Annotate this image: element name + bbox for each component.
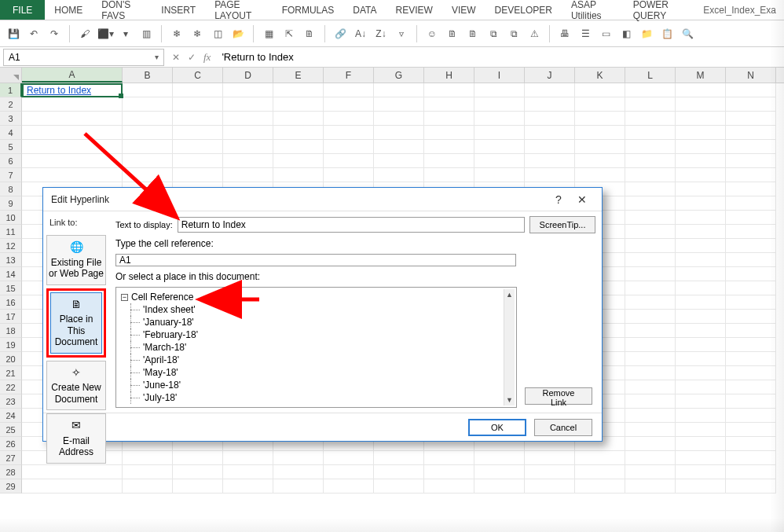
link-icon[interactable]: 🔗 (333, 27, 347, 41)
enter-icon[interactable]: ✓ (188, 52, 196, 63)
tree-item-index-sheet[interactable]: 'Index sheet' (118, 303, 515, 316)
cell[interactable] (525, 465, 575, 479)
tree-item-july-18[interactable]: 'July-18' (118, 391, 515, 404)
tab-dons-favs[interactable]: DON'S FAVS (92, 0, 152, 20)
cell[interactable] (273, 154, 324, 168)
cell[interactable] (625, 409, 676, 423)
cell[interactable] (324, 97, 374, 112)
col-L[interactable]: L (625, 68, 676, 83)
cell[interactable] (374, 97, 424, 112)
cell[interactable] (726, 225, 776, 239)
cell[interactable] (273, 140, 324, 154)
cell[interactable] (726, 310, 776, 324)
cell[interactable] (676, 423, 726, 437)
cell[interactable] (525, 83, 575, 97)
row-header-4[interactable]: 4 (0, 126, 22, 140)
cell[interactable] (625, 154, 676, 168)
cell[interactable] (726, 479, 776, 493)
cell[interactable] (575, 451, 625, 465)
cell[interactable] (173, 126, 223, 140)
cell[interactable] (324, 140, 374, 154)
cell[interactable] (676, 380, 726, 394)
cell[interactable] (223, 154, 273, 168)
cell[interactable] (374, 126, 424, 140)
cell[interactable] (575, 465, 625, 479)
cell[interactable] (424, 451, 474, 465)
cell[interactable] (726, 409, 776, 423)
cell[interactable] (474, 451, 525, 465)
cell[interactable] (676, 394, 726, 409)
cell[interactable] (726, 451, 776, 465)
hide-icon[interactable]: ▥ (139, 27, 153, 41)
cell[interactable] (726, 380, 776, 394)
cell[interactable] (374, 112, 424, 126)
cell[interactable] (676, 352, 726, 366)
cell[interactable] (676, 366, 726, 380)
cell[interactable] (726, 324, 776, 338)
screentip-button[interactable]: ScreenTip... (529, 216, 595, 233)
cell[interactable] (676, 451, 726, 465)
cell[interactable] (625, 352, 676, 366)
cell[interactable] (726, 211, 776, 225)
cell[interactable] (173, 140, 223, 154)
cell[interactable] (726, 112, 776, 126)
row-header-19[interactable]: 19 (0, 338, 22, 352)
tree-item-march-18[interactable]: 'March-18' (118, 341, 515, 354)
col-E[interactable]: E (273, 68, 324, 83)
cell-reference-input[interactable] (115, 254, 516, 266)
cell[interactable] (525, 97, 575, 112)
undo-icon[interactable]: ↶ (27, 27, 41, 41)
minus-icon[interactable]: ▭ (599, 27, 613, 41)
copy2-icon[interactable]: ⧉ (507, 27, 521, 41)
tree-item-january-18[interactable]: 'January-18' (118, 316, 515, 328)
cell[interactable] (625, 338, 676, 352)
cell[interactable] (173, 154, 223, 168)
cell[interactable] (424, 112, 474, 126)
row-header-6[interactable]: 6 (0, 154, 22, 168)
minus-box-icon[interactable]: − (121, 294, 128, 301)
tree-root-cell-reference[interactable]: − Cell Reference (118, 291, 515, 303)
cell[interactable] (726, 281, 776, 295)
row-header-24[interactable]: 24 (0, 409, 22, 423)
cell[interactable] (726, 394, 776, 409)
cell[interactable] (726, 352, 776, 366)
cell[interactable] (625, 366, 676, 380)
col-F[interactable]: F (324, 68, 374, 83)
col-C[interactable]: C (173, 68, 223, 83)
fx-icon[interactable]: fx (203, 51, 211, 64)
row-header-10[interactable]: 10 (0, 211, 22, 225)
col-N[interactable]: N (726, 68, 776, 83)
cell[interactable] (726, 168, 776, 182)
cell[interactable] (123, 465, 173, 479)
cell[interactable] (474, 479, 525, 493)
cell[interactable] (273, 465, 324, 479)
chevron-down-icon[interactable]: ▾ (155, 53, 159, 61)
cell[interactable] (22, 465, 123, 479)
col-J[interactable]: J (525, 68, 575, 83)
cell[interactable] (676, 168, 726, 182)
cell[interactable] (324, 465, 374, 479)
cell[interactable] (726, 267, 776, 281)
cell[interactable] (324, 479, 374, 493)
cell[interactable] (726, 253, 776, 267)
cell[interactable] (424, 479, 474, 493)
cell[interactable] (474, 97, 525, 112)
cell[interactable] (123, 168, 173, 182)
cell[interactable] (424, 83, 474, 97)
cell[interactable] (424, 168, 474, 182)
cell[interactable] (324, 168, 374, 182)
cell[interactable] (223, 83, 273, 97)
cell[interactable] (726, 83, 776, 97)
redo-icon[interactable]: ↷ (47, 27, 61, 41)
cell[interactable] (123, 140, 173, 154)
cell[interactable] (676, 126, 726, 140)
cell[interactable] (22, 126, 123, 140)
cell[interactable] (22, 154, 123, 168)
cell[interactable] (374, 465, 424, 479)
cell[interactable] (474, 126, 525, 140)
help-icon[interactable]: ? (547, 193, 570, 206)
tab-review[interactable]: REVIEW (387, 0, 442, 20)
cell[interactable] (625, 310, 676, 324)
cell[interactable] (474, 154, 525, 168)
cell[interactable] (173, 479, 223, 493)
